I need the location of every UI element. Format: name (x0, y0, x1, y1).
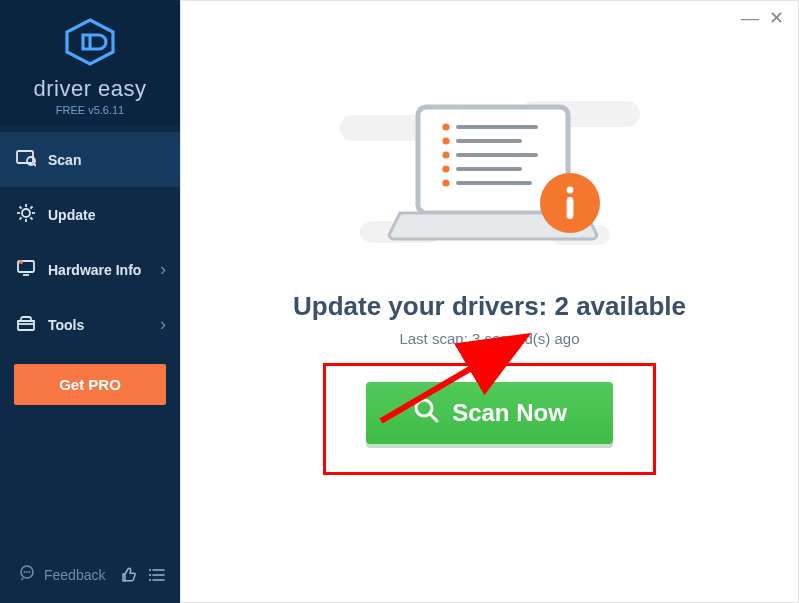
headline-text: Update your drivers: 2 available (293, 291, 686, 322)
svg-point-41 (442, 165, 449, 172)
svg-line-47 (430, 414, 437, 421)
feedback-link[interactable]: Feedback (44, 567, 105, 583)
svg-line-10 (20, 207, 22, 209)
titlebar: — ✕ (181, 1, 798, 35)
svg-point-27 (149, 578, 151, 580)
svg-point-38 (442, 123, 449, 130)
app-version: FREE v5.6.11 (0, 104, 180, 116)
logo-icon (63, 52, 117, 69)
main-panel: — ✕ (180, 0, 799, 603)
sidebar-item-scan[interactable]: Scan (0, 132, 180, 187)
monitor-icon (16, 258, 36, 281)
sidebar-item-update[interactable]: Update (0, 187, 180, 242)
svg-point-39 (442, 137, 449, 144)
sidebar-item-hardware-info[interactable]: Hardware Info › (0, 242, 180, 297)
svg-line-11 (30, 217, 32, 219)
app-name: driver easy (0, 76, 180, 102)
svg-line-12 (20, 217, 22, 219)
scan-now-button[interactable]: Scan Now (366, 382, 613, 444)
sidebar-item-tools[interactable]: Tools › (0, 297, 180, 352)
svg-point-25 (149, 568, 151, 570)
svg-point-16 (19, 260, 23, 264)
menu-icon[interactable] (148, 566, 166, 584)
main-content: Update your drivers: 2 available Last sc… (181, 35, 798, 475)
svg-point-21 (29, 571, 31, 573)
chat-icon (18, 564, 36, 585)
svg-line-13 (30, 207, 32, 209)
svg-point-26 (149, 573, 151, 575)
get-pro-button[interactable]: Get PRO (14, 364, 166, 405)
chevron-right-icon: › (160, 259, 166, 280)
svg-line-4 (34, 164, 36, 166)
svg-point-44 (566, 187, 573, 194)
brand-block: driver easy FREE v5.6.11 (0, 0, 180, 126)
sidebar-item-label: Scan (48, 152, 166, 168)
sidebar-item-label: Tools (48, 317, 160, 333)
sidebar-nav: Scan Update Hardware Info › Tools › (0, 132, 180, 352)
chevron-right-icon: › (160, 314, 166, 335)
svg-point-5 (22, 209, 30, 217)
svg-rect-45 (566, 197, 573, 219)
sidebar-bottom-bar: Feedback (0, 552, 180, 603)
svg-point-40 (442, 151, 449, 158)
svg-point-20 (26, 571, 28, 573)
sidebar-item-label: Update (48, 207, 166, 223)
sidebar-item-label: Hardware Info (48, 262, 160, 278)
last-scan-text: Last scan: 3 second(s) ago (399, 330, 579, 347)
scan-icon (16, 148, 36, 171)
laptop-illustration (330, 93, 650, 267)
scan-highlight-box: Scan Now (323, 363, 656, 475)
scan-button-label: Scan Now (452, 399, 567, 427)
gear-icon (16, 203, 36, 226)
toolbox-icon (16, 313, 36, 336)
like-icon[interactable] (120, 566, 138, 584)
svg-point-42 (442, 179, 449, 186)
svg-point-19 (24, 571, 26, 573)
sidebar: driver easy FREE v5.6.11 Scan Update Har… (0, 0, 180, 603)
close-button[interactable]: ✕ (769, 7, 784, 29)
search-icon (412, 396, 440, 430)
minimize-button[interactable]: — (741, 8, 759, 29)
